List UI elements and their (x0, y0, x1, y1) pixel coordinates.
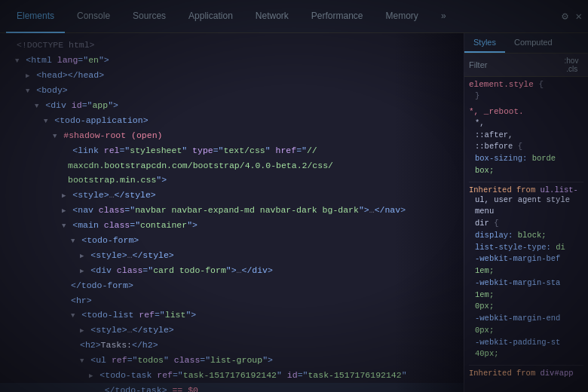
dom-line-nav[interactable]: <nav class="navbar navbar-expand-md navb… (0, 203, 464, 218)
tab-more[interactable]: » (430, 0, 457, 33)
main-layout: <!DOCTYPE html> <html lang="en"> <head><… (0, 33, 588, 392)
dom-line-hr: <hr> (0, 293, 464, 308)
arrow-down[interactable] (44, 118, 47, 125)
style-prop: 0px; (469, 325, 583, 337)
arrow-right[interactable] (26, 72, 29, 80)
devtools-toolbar: Elements Console Sources Application Net… (0, 0, 588, 33)
tab-console[interactable]: Console (66, 0, 121, 33)
dom-line-body[interactable]: <body> (0, 83, 464, 98)
style-prop: *, (469, 118, 583, 130)
style-prop: 0px; (469, 301, 583, 313)
arrow-down[interactable] (15, 57, 19, 65)
dom-panel: <!DOCTYPE html> <html lang="en"> <head><… (0, 33, 464, 392)
dom-line-style3[interactable]: <style>…</style> (0, 323, 464, 338)
dom-line-style1[interactable]: <style>…</style> (0, 188, 464, 203)
dom-line-main[interactable]: <main class="container"> (0, 218, 464, 233)
styles-filter-bar: Filter :hov .cls (464, 54, 588, 77)
style-prop: -webkit-margin-bef (469, 253, 583, 265)
style-prop: ::before { (469, 141, 583, 153)
style-prop: 1em; (469, 265, 583, 277)
dom-line-card-div[interactable]: <div class="card todo-form">…</div> (0, 263, 464, 278)
arrow-right[interactable] (80, 253, 84, 260)
settings-icon[interactable]: ⚙ (562, 10, 568, 23)
dom-line-head[interactable]: <head></head> (0, 68, 464, 83)
style-prop: menu (469, 206, 583, 218)
arrow-down[interactable] (71, 237, 75, 245)
arrow-right[interactable] (80, 327, 84, 335)
style-prop: ul, user agent style (469, 194, 583, 207)
styles-tabs: Styles Computed (464, 33, 588, 54)
hov-button[interactable]: :hov .cls (565, 57, 583, 73)
style-prop: box-sizing: borde (469, 153, 583, 165)
styles-panel: Styles Computed Filter :hov .cls element… (464, 33, 588, 392)
filter-label: Filter (469, 60, 487, 69)
arrow-spacer (62, 148, 66, 155)
arrow-right[interactable] (62, 207, 66, 215)
dom-line-link1: <link rel="stylesheet" type="text/css" h… (0, 143, 464, 158)
tab-sources[interactable]: Sources (122, 0, 176, 33)
style-prop: 40px; (469, 348, 583, 360)
dom-line-todo-form[interactable]: <todo-form> (0, 233, 464, 248)
dom-line-ul[interactable]: <ul ref="todos" class="list-group"> (0, 353, 464, 368)
close-icon[interactable]: ✕ (576, 10, 582, 23)
tab-network[interactable]: Network (245, 0, 299, 33)
style-prop: -webkit-margin-end (469, 313, 583, 325)
dom-line-html[interactable]: <html lang="en"> (0, 53, 464, 68)
style-prop: -webkit-margin-sta (469, 277, 583, 289)
arrow-down[interactable] (80, 357, 84, 365)
tab-computed[interactable]: Computed (505, 33, 562, 53)
dom-line-todo-form-close: </todo-form> (0, 278, 464, 293)
dom-line-task1[interactable]: <todo-task ref="task-1517176192142" id="… (0, 368, 464, 383)
tab-styles[interactable]: Styles (464, 33, 505, 53)
style-selector: *, _reboot. (469, 107, 583, 116)
dom-line-link2: maxcdn.bootstrapcdn.com/bootstrap/4.0.0-… (0, 158, 464, 173)
arrow-down[interactable] (35, 103, 38, 110)
inherited-from-label2: Inherited from div#app (469, 365, 583, 378)
arrow-down[interactable] (53, 133, 57, 140)
inherited-from-label: Inherited from ul.list- (469, 182, 583, 194)
style-prop: display: block; (469, 230, 583, 242)
arrow-down[interactable] (26, 87, 29, 95)
dom-line-shadow[interactable]: #shadow-root (open) (0, 128, 464, 143)
arrow-down[interactable] (62, 222, 66, 230)
style-prop: ::after, (469, 130, 583, 142)
style-rule-inherited: Inherited from ul.list- ul, user agent s… (469, 182, 583, 361)
styles-content: element.style { } *, _reboot. *, ::after… (464, 77, 588, 392)
style-prop: } (469, 90, 583, 103)
tab-elements[interactable]: Elements (6, 0, 65, 33)
dom-line-style2[interactable]: <style>…</style> (0, 248, 464, 263)
dom-line-todo-app[interactable]: <todo-application> (0, 113, 464, 128)
dom-line-task1-eq[interactable]: …</todo-task> == $0 (0, 383, 464, 392)
tab-application[interactable]: Application (178, 0, 243, 33)
arrow-right[interactable] (62, 192, 66, 200)
style-rule-element: element.style { } (469, 80, 583, 103)
tab-memory[interactable]: Memory (375, 0, 429, 33)
style-prop: 1em; (469, 289, 583, 302)
style-rule-inherited2: Inherited from div#app (469, 365, 583, 378)
dom-line-div-app[interactable]: <div id="app"> (0, 98, 464, 113)
dom-line-todo-list[interactable]: <todo-list ref="list"> (0, 308, 464, 323)
dom-line-doctype: <!DOCTYPE html> (0, 38, 464, 53)
dom-line-link3: bootstrap.min.css"> (0, 173, 464, 188)
style-prop: list-style-type: di (469, 242, 583, 254)
style-prop: -webkit-padding-st (469, 337, 583, 349)
filter-input[interactable] (490, 60, 564, 69)
arrow-right[interactable] (89, 372, 93, 380)
tab-performance[interactable]: Performance (301, 0, 374, 33)
style-prop: dir { (469, 218, 583, 230)
dom-line-h2: <h2>Tasks:</h2> (0, 338, 464, 353)
style-selector: element.style { (469, 80, 583, 89)
style-prop: box; (469, 165, 583, 177)
arrow-right[interactable] (80, 268, 84, 275)
style-rule-reboot: *, _reboot. *, ::after, ::before { box-s… (469, 107, 583, 177)
arrow-down[interactable] (71, 312, 75, 320)
